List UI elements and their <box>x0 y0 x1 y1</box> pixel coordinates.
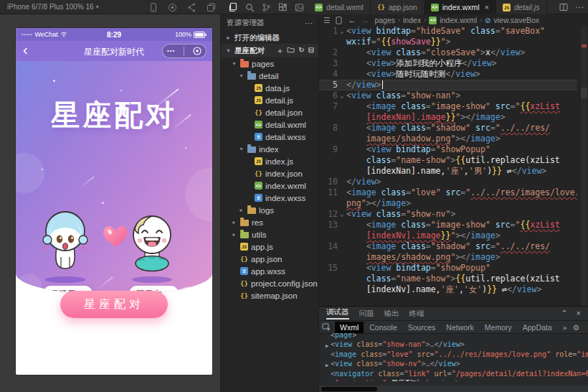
more-actions-icon[interactable]: ⋯ <box>575 2 584 12</box>
share-icon[interactable] <box>187 3 196 12</box>
breadcrumb-item[interactable]: index <box>403 16 421 24</box>
code-line[interactable]: 4 <view>随时玩随时测</view> <box>319 69 577 80</box>
gemini-female-character[interactable] <box>123 210 181 276</box>
debugger-tab-问题[interactable]: 问题 <box>359 309 374 319</box>
tree-item-detail.json[interactable]: {}detail.json <box>221 106 318 118</box>
code-line[interactable]: 3 <view>添加到我的小程序</view> <box>319 58 577 69</box>
code-line[interactable]: 8 <image class="shadow" src="../../res/ <box>319 123 577 134</box>
tree-item-pages[interactable]: ▾pages <box>221 57 318 70</box>
mobile-icon[interactable] <box>149 3 158 12</box>
code-line-wrap[interactable]: [indexNv].name,'座','女')}} ⇌</view> <box>319 284 577 295</box>
refresh-icon[interactable]: ↻ <box>298 46 304 56</box>
new-file-icon[interactable]: ＋ <box>276 46 283 56</box>
files-icon[interactable] <box>228 2 238 12</box>
tree-item-detail.js[interactable]: JSdetail.js <box>221 94 318 106</box>
tree-item-index[interactable]: ▾index <box>221 143 318 155</box>
extensions-icon[interactable] <box>278 3 288 12</box>
tree-item-detail[interactable]: ▾detail <box>221 70 318 82</box>
tree-item-logs[interactable]: ▸logs <box>221 204 318 216</box>
open-editors-section[interactable]: ▸ 打开的编辑器 <box>221 32 318 44</box>
device-selector[interactable]: iPhone 6/7/8 Plus 100% 16 <box>7 3 94 11</box>
nav-forward-icon[interactable]: → <box>361 16 369 24</box>
tree-item-app.wxss[interactable]: ≡app.wxss <box>221 265 318 277</box>
close-tab-icon[interactable]: × <box>485 3 489 11</box>
record-icon[interactable] <box>168 3 177 12</box>
code-line[interactable]: 13 <image class="image-show" src="{{xzLi… <box>319 220 577 230</box>
tree-item-project.config.json[interactable]: {}project.config.json <box>221 277 318 289</box>
debugger-tab-调试器[interactable]: 调试器 <box>326 307 349 319</box>
debugger-hscrollbar[interactable] <box>319 386 588 392</box>
tree-item-detail.wxml[interactable]: <>detail.wxml <box>221 118 318 131</box>
code-editor[interactable]: 1⌄<view bindtap="hideSave" class="saveBo… <box>319 26 577 306</box>
wxml-tree-line[interactable]: <page> <box>323 331 588 340</box>
tree-item-res[interactable]: ▸res <box>221 216 318 228</box>
fold-arrow-icon[interactable]: ⌄ <box>338 90 346 101</box>
breadcrumb-item[interactable]: view.saveBox <box>493 16 539 24</box>
code-line[interactable]: 10</view> <box>319 177 577 187</box>
code-line[interactable]: 11<image class="love" src="../../res/ima… <box>319 187 577 198</box>
gear-icon[interactable]: ⚙ <box>572 323 579 332</box>
code-line-wrap[interactable]: [indexNan].name,'座','男')}} ⇌</view> <box>319 166 577 177</box>
tree-item-app.json[interactable]: {}app.json <box>221 253 318 265</box>
menu-dots-icon[interactable]: ••• <box>167 48 175 54</box>
outline-icon[interactable]: ☰ <box>323 16 330 24</box>
new-folder-icon[interactable] <box>287 46 295 56</box>
debugger-tab-输出[interactable]: 输出 <box>384 309 399 319</box>
code-line-wrap[interactable]: class="name-show">{{util.replace(xzList <box>319 155 577 166</box>
breadcrumb-item[interactable]: index.wxml <box>440 16 477 24</box>
wxml-tree-line[interactable]: ▶<view class="show-nv">…</view> <box>323 360 588 370</box>
wxml-tree-line[interactable]: <image class="love" src="../../res/image… <box>323 350 588 360</box>
tree-item-app.js[interactable]: JSapp.js <box>221 241 318 253</box>
explorer-more-icon[interactable]: ⋯ <box>305 19 313 27</box>
tree-item-index.wxml[interactable]: <>index.wxml <box>221 179 318 192</box>
collapse-panel-icon[interactable]: ⌃ <box>561 309 567 318</box>
wxml-tree-line[interactable]: ▶<view class="show-nan">…</view> <box>323 340 588 351</box>
fold-arrow-icon[interactable]: ⌄ <box>338 209 346 220</box>
tree-item-index.wxss[interactable]: ≡index.wxss <box>221 192 318 204</box>
code-line-wrap[interactable]: wx:if="{{showSave}}"> <box>319 37 577 47</box>
code-line-wrap[interactable]: images/shadow.png"></image> <box>319 134 577 144</box>
tree-item-utils[interactable]: ▸utils <box>221 228 318 241</box>
editor-scrollbar[interactable] <box>581 26 587 306</box>
editor-tab[interactable]: JSdetail.js <box>496 0 547 14</box>
expand-arrow-icon[interactable]: ▶ <box>323 340 331 351</box>
tree-item-index.js[interactable]: JSindex.js <box>221 155 318 167</box>
image-icon[interactable] <box>295 3 304 12</box>
wxml-tree[interactable]: <page>▶<view class="show-nan">…</view><i… <box>319 331 588 381</box>
nav-back-icon[interactable]: ← <box>348 16 356 24</box>
source-control-icon[interactable] <box>262 3 271 12</box>
wxml-tree-line[interactable]: "navigation">星座配对</navigator> <box>323 379 588 382</box>
collapse-all-icon[interactable]: ⊟ <box>308 46 314 56</box>
code-line[interactable]: 14 <image class="shadow" src="../../res/ <box>319 241 577 252</box>
scrollbar-thumb[interactable] <box>321 387 377 391</box>
split-editor-icon[interactable] <box>559 3 568 11</box>
code-line-wrap[interactable]: [indexNv].image}}"></image> <box>319 230 577 241</box>
tree-item-sitemap.json[interactable]: {}sitemap.json <box>221 289 318 302</box>
code-line[interactable]: 12⌄<view class="show-nv"> <box>319 209 577 220</box>
fold-arrow-icon[interactable]: ⌄ <box>338 26 346 37</box>
code-line-wrap[interactable]: images/shadow.png"></image> <box>319 252 577 263</box>
editor-tab[interactable]: <>index.wxml× <box>425 0 496 14</box>
libra-male-character[interactable]: ♥♥ <box>39 207 91 276</box>
code-line[interactable]: 9 <view bindtap="showPopup" <box>319 144 577 155</box>
expand-arrow-icon[interactable]: ▶ <box>323 360 331 370</box>
debugger-tab-终端[interactable]: 终端 <box>409 309 425 319</box>
wxml-tree-line[interactable]: <navigator class="link" url="/pages/deta… <box>323 370 588 379</box>
code-line-wrap[interactable]: class="name-show">{{util.replace(xzList <box>319 274 577 284</box>
code-line-wrap[interactable]: [indexNan].image}}"></image> <box>319 112 577 123</box>
code-line[interactable]: 5</view> <box>319 80 577 90</box>
editor-tab[interactable]: <>detail.wxml <box>308 0 371 14</box>
code-line[interactable]: 2 <view class="closeSave">x</view> <box>319 47 577 58</box>
tree-item-data.js[interactable]: JSdata.js <box>221 82 318 94</box>
close-miniprogram-icon[interactable] <box>193 47 201 55</box>
search-icon[interactable] <box>245 3 255 12</box>
code-line-wrap[interactable]: png"></image> <box>319 198 577 209</box>
code-line[interactable]: 7 <image class="image-show" src="{{xzLis… <box>319 101 577 112</box>
tree-item-detail.wxss[interactable]: ≡detail.wxss <box>221 131 318 143</box>
code-line[interactable]: 1⌄<view bindtap="hideSave" class="saveBo… <box>319 26 577 37</box>
match-button[interactable]: 星座配对 <box>60 291 168 318</box>
code-line[interactable]: 15 <view bindtap="showPopup" <box>319 263 577 274</box>
kebab-menu-icon[interactable]: ⋮ <box>585 323 588 332</box>
tree-item-index.json[interactable]: {}index.json <box>221 167 318 179</box>
windows-icon[interactable] <box>207 3 216 12</box>
